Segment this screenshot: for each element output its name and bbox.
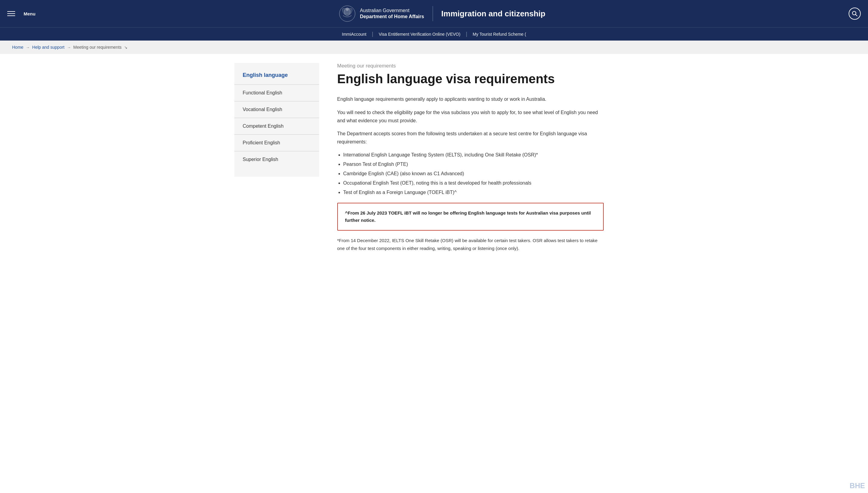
list-item-toefl: Test of English as a Foreign Language (T… — [343, 188, 604, 197]
sidebar-item-proficient[interactable]: Proficient English — [234, 135, 319, 151]
menu-label: Menu — [24, 11, 36, 16]
main-container: English language Functional English Voca… — [222, 63, 646, 270]
intro-para-3: The Department accepts scores from the f… — [337, 130, 604, 146]
immigration-title: Immigration and citizenship — [441, 9, 546, 19]
sidebar-item-superior[interactable]: Superior English — [234, 151, 319, 168]
toefl-notice-strong: ^From 26 July 2023 TOEFL iBT will no lon… — [345, 210, 591, 223]
sidebar: English language Functional English Voca… — [234, 63, 319, 177]
ielts-footnote: *From 14 December 2022, IELTS One Skill … — [337, 237, 604, 252]
govt-name-line1: Australian Government — [360, 7, 424, 14]
logo-text: Australian Government Department of Home… — [360, 7, 424, 20]
breadcrumb-home[interactable]: Home — [12, 45, 23, 50]
sidebar-item-functional[interactable]: Functional English — [234, 85, 319, 101]
svg-point-3 — [852, 12, 856, 15]
breadcrumb: Home → Help and support → Meeting our re… — [0, 41, 868, 54]
list-item-pte: Pearson Test of English (PTE) — [343, 160, 604, 169]
breadcrumb-arrow-1: → — [26, 45, 30, 50]
coat-of-arms-icon — [339, 5, 356, 22]
section-label: Meeting our requirements — [337, 63, 604, 69]
breadcrumb-help[interactable]: Help and support — [32, 45, 64, 50]
search-icon — [852, 10, 858, 17]
toefl-notice-box: ^From 26 July 2023 TOEFL iBT will no lon… — [337, 203, 604, 231]
breadcrumb-current: Meeting our requirements — [73, 45, 122, 50]
list-item-oet: Occupational English Test (OET), noting … — [343, 179, 604, 188]
hamburger-icon — [7, 11, 15, 16]
sidebar-item-vocational[interactable]: Vocational English — [234, 101, 319, 118]
sidebar-title[interactable]: English language — [234, 72, 319, 85]
sidebar-item-competent[interactable]: Competent English — [234, 118, 319, 135]
intro-para-1: English language requirements generally … — [337, 95, 604, 103]
logo-section: Australian Government Department of Home… — [36, 5, 849, 22]
nav-immiaccount[interactable]: ImmiAccount — [336, 28, 372, 40]
govt-name-line2: Department of Home Affairs — [360, 14, 424, 20]
tests-list: International English Language Testing S… — [343, 151, 604, 197]
top-nav: ImmiAccount | Visa Entitlement Verificat… — [0, 27, 868, 41]
menu-button[interactable]: Menu — [7, 11, 36, 16]
nav-tourist-refund[interactable]: My Tourist Refund Scheme ( — [467, 28, 531, 40]
main-content: Meeting our requirements English languag… — [337, 63, 604, 252]
list-item-cae: Cambridge English (CAE) (also known as C… — [343, 170, 604, 178]
header-divider — [432, 6, 433, 21]
intro-para-2: You will need to check the eligibility p… — [337, 108, 604, 125]
nav-vevo[interactable]: Visa Entitlement Verification Online (VE… — [373, 28, 466, 40]
page-title: English language visa requirements — [337, 71, 604, 87]
breadcrumb-arrow-2: → — [67, 45, 71, 50]
site-header: Menu Australian Government Department of… — [0, 0, 868, 27]
search-button[interactable] — [849, 7, 861, 20]
breadcrumb-arrow-3: ↘ — [124, 45, 127, 50]
header-search[interactable] — [849, 7, 861, 20]
svg-line-4 — [855, 15, 858, 16]
toefl-notice-text: ^From 26 July 2023 TOEFL iBT will no lon… — [345, 210, 596, 224]
list-item-ielts: International English Language Testing S… — [343, 151, 604, 159]
